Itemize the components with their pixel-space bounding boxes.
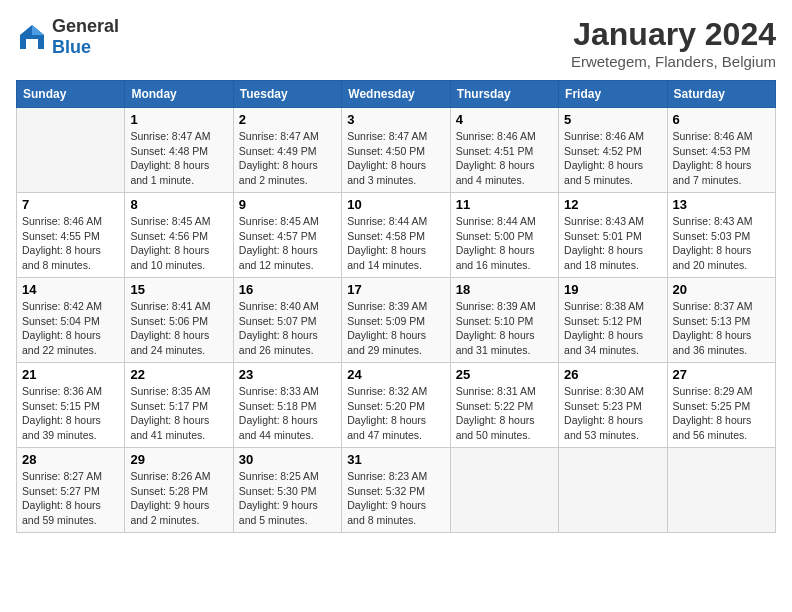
day-info: Sunrise: 8:33 AM Sunset: 5:18 PM Dayligh… (239, 384, 336, 443)
day-cell: 5Sunrise: 8:46 AM Sunset: 4:52 PM Daylig… (559, 108, 667, 193)
week-row-1: 1Sunrise: 8:47 AM Sunset: 4:48 PM Daylig… (17, 108, 776, 193)
day-cell: 15Sunrise: 8:41 AM Sunset: 5:06 PM Dayli… (125, 278, 233, 363)
day-cell: 19Sunrise: 8:38 AM Sunset: 5:12 PM Dayli… (559, 278, 667, 363)
title-block: January 2024 Erwetegem, Flanders, Belgiu… (571, 16, 776, 70)
day-number: 24 (347, 367, 444, 382)
day-cell: 17Sunrise: 8:39 AM Sunset: 5:09 PM Dayli… (342, 278, 450, 363)
location-title: Erwetegem, Flanders, Belgium (571, 53, 776, 70)
day-number: 11 (456, 197, 553, 212)
day-info: Sunrise: 8:47 AM Sunset: 4:48 PM Dayligh… (130, 129, 227, 188)
day-cell: 7Sunrise: 8:46 AM Sunset: 4:55 PM Daylig… (17, 193, 125, 278)
day-cell: 12Sunrise: 8:43 AM Sunset: 5:01 PM Dayli… (559, 193, 667, 278)
day-number: 5 (564, 112, 661, 127)
week-row-4: 21Sunrise: 8:36 AM Sunset: 5:15 PM Dayli… (17, 363, 776, 448)
day-cell: 25Sunrise: 8:31 AM Sunset: 5:22 PM Dayli… (450, 363, 558, 448)
day-cell: 14Sunrise: 8:42 AM Sunset: 5:04 PM Dayli… (17, 278, 125, 363)
day-cell: 3Sunrise: 8:47 AM Sunset: 4:50 PM Daylig… (342, 108, 450, 193)
day-info: Sunrise: 8:29 AM Sunset: 5:25 PM Dayligh… (673, 384, 770, 443)
header-cell-monday: Monday (125, 81, 233, 108)
day-number: 19 (564, 282, 661, 297)
day-number: 8 (130, 197, 227, 212)
svg-rect-2 (26, 39, 38, 49)
day-info: Sunrise: 8:35 AM Sunset: 5:17 PM Dayligh… (130, 384, 227, 443)
day-number: 21 (22, 367, 119, 382)
day-info: Sunrise: 8:46 AM Sunset: 4:52 PM Dayligh… (564, 129, 661, 188)
day-cell: 30Sunrise: 8:25 AM Sunset: 5:30 PM Dayli… (233, 448, 341, 533)
day-info: Sunrise: 8:46 AM Sunset: 4:53 PM Dayligh… (673, 129, 770, 188)
day-number: 16 (239, 282, 336, 297)
day-number: 27 (673, 367, 770, 382)
logo: General Blue (16, 16, 119, 58)
day-cell: 11Sunrise: 8:44 AM Sunset: 5:00 PM Dayli… (450, 193, 558, 278)
day-info: Sunrise: 8:27 AM Sunset: 5:27 PM Dayligh… (22, 469, 119, 528)
day-cell: 23Sunrise: 8:33 AM Sunset: 5:18 PM Dayli… (233, 363, 341, 448)
day-number: 14 (22, 282, 119, 297)
day-number: 12 (564, 197, 661, 212)
day-cell: 20Sunrise: 8:37 AM Sunset: 5:13 PM Dayli… (667, 278, 775, 363)
day-cell: 21Sunrise: 8:36 AM Sunset: 5:15 PM Dayli… (17, 363, 125, 448)
header-row: SundayMondayTuesdayWednesdayThursdayFrid… (17, 81, 776, 108)
day-cell: 6Sunrise: 8:46 AM Sunset: 4:53 PM Daylig… (667, 108, 775, 193)
day-number: 22 (130, 367, 227, 382)
day-number: 18 (456, 282, 553, 297)
day-number: 7 (22, 197, 119, 212)
day-info: Sunrise: 8:45 AM Sunset: 4:57 PM Dayligh… (239, 214, 336, 273)
calendar-header: SundayMondayTuesdayWednesdayThursdayFrid… (17, 81, 776, 108)
day-cell: 2Sunrise: 8:47 AM Sunset: 4:49 PM Daylig… (233, 108, 341, 193)
day-number: 28 (22, 452, 119, 467)
day-number: 3 (347, 112, 444, 127)
day-number: 9 (239, 197, 336, 212)
day-info: Sunrise: 8:46 AM Sunset: 4:51 PM Dayligh… (456, 129, 553, 188)
day-cell: 16Sunrise: 8:40 AM Sunset: 5:07 PM Dayli… (233, 278, 341, 363)
day-cell: 9Sunrise: 8:45 AM Sunset: 4:57 PM Daylig… (233, 193, 341, 278)
day-number: 20 (673, 282, 770, 297)
day-cell: 22Sunrise: 8:35 AM Sunset: 5:17 PM Dayli… (125, 363, 233, 448)
day-info: Sunrise: 8:41 AM Sunset: 5:06 PM Dayligh… (130, 299, 227, 358)
day-info: Sunrise: 8:31 AM Sunset: 5:22 PM Dayligh… (456, 384, 553, 443)
day-number: 6 (673, 112, 770, 127)
day-info: Sunrise: 8:23 AM Sunset: 5:32 PM Dayligh… (347, 469, 444, 528)
day-info: Sunrise: 8:44 AM Sunset: 4:58 PM Dayligh… (347, 214, 444, 273)
day-info: Sunrise: 8:43 AM Sunset: 5:01 PM Dayligh… (564, 214, 661, 273)
day-cell (450, 448, 558, 533)
day-info: Sunrise: 8:36 AM Sunset: 5:15 PM Dayligh… (22, 384, 119, 443)
day-cell: 31Sunrise: 8:23 AM Sunset: 5:32 PM Dayli… (342, 448, 450, 533)
day-number: 2 (239, 112, 336, 127)
month-title: January 2024 (571, 16, 776, 53)
day-cell: 8Sunrise: 8:45 AM Sunset: 4:56 PM Daylig… (125, 193, 233, 278)
logo-icon (16, 21, 48, 53)
header-cell-sunday: Sunday (17, 81, 125, 108)
day-info: Sunrise: 8:47 AM Sunset: 4:49 PM Dayligh… (239, 129, 336, 188)
day-cell: 27Sunrise: 8:29 AM Sunset: 5:25 PM Dayli… (667, 363, 775, 448)
day-number: 17 (347, 282, 444, 297)
day-number: 31 (347, 452, 444, 467)
header-cell-saturday: Saturday (667, 81, 775, 108)
calendar-table: SundayMondayTuesdayWednesdayThursdayFrid… (16, 80, 776, 533)
day-info: Sunrise: 8:44 AM Sunset: 5:00 PM Dayligh… (456, 214, 553, 273)
day-cell: 18Sunrise: 8:39 AM Sunset: 5:10 PM Dayli… (450, 278, 558, 363)
day-number: 30 (239, 452, 336, 467)
day-number: 4 (456, 112, 553, 127)
logo-text: General Blue (52, 16, 119, 58)
day-cell: 4Sunrise: 8:46 AM Sunset: 4:51 PM Daylig… (450, 108, 558, 193)
day-cell: 13Sunrise: 8:43 AM Sunset: 5:03 PM Dayli… (667, 193, 775, 278)
day-number: 23 (239, 367, 336, 382)
day-cell: 10Sunrise: 8:44 AM Sunset: 4:58 PM Dayli… (342, 193, 450, 278)
day-info: Sunrise: 8:37 AM Sunset: 5:13 PM Dayligh… (673, 299, 770, 358)
day-number: 25 (456, 367, 553, 382)
day-cell (17, 108, 125, 193)
week-row-2: 7Sunrise: 8:46 AM Sunset: 4:55 PM Daylig… (17, 193, 776, 278)
day-info: Sunrise: 8:39 AM Sunset: 5:10 PM Dayligh… (456, 299, 553, 358)
day-cell: 29Sunrise: 8:26 AM Sunset: 5:28 PM Dayli… (125, 448, 233, 533)
header-cell-thursday: Thursday (450, 81, 558, 108)
day-info: Sunrise: 8:47 AM Sunset: 4:50 PM Dayligh… (347, 129, 444, 188)
header-cell-tuesday: Tuesday (233, 81, 341, 108)
day-info: Sunrise: 8:43 AM Sunset: 5:03 PM Dayligh… (673, 214, 770, 273)
week-row-3: 14Sunrise: 8:42 AM Sunset: 5:04 PM Dayli… (17, 278, 776, 363)
day-info: Sunrise: 8:39 AM Sunset: 5:09 PM Dayligh… (347, 299, 444, 358)
day-number: 15 (130, 282, 227, 297)
day-cell: 28Sunrise: 8:27 AM Sunset: 5:27 PM Dayli… (17, 448, 125, 533)
day-info: Sunrise: 8:45 AM Sunset: 4:56 PM Dayligh… (130, 214, 227, 273)
header-cell-wednesday: Wednesday (342, 81, 450, 108)
day-cell: 24Sunrise: 8:32 AM Sunset: 5:20 PM Dayli… (342, 363, 450, 448)
